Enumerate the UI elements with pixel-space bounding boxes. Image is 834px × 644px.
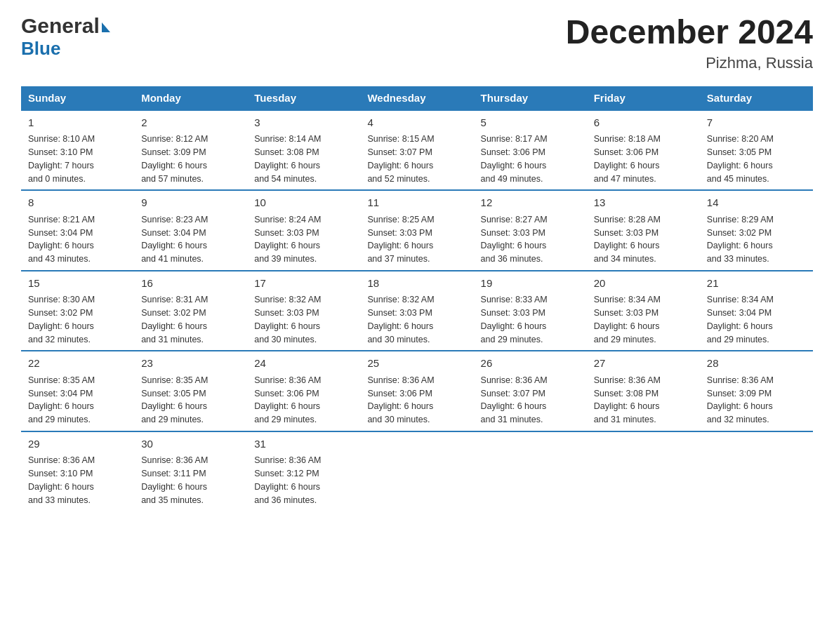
table-row: 26 Sunrise: 8:36 AMSunset: 3:07 PMDaylig… — [474, 351, 587, 431]
table-row: 17 Sunrise: 8:32 AMSunset: 3:03 PMDaylig… — [247, 271, 360, 351]
table-row: 25 Sunrise: 8:36 AMSunset: 3:06 PMDaylig… — [360, 351, 473, 431]
day-number: 7 — [707, 115, 806, 131]
day-number: 11 — [367, 195, 466, 211]
table-row: 13 Sunrise: 8:28 AMSunset: 3:03 PMDaylig… — [587, 190, 700, 271]
day-info: Sunrise: 8:18 AMSunset: 3:06 PMDaylight:… — [594, 133, 693, 185]
day-number: 29 — [28, 436, 127, 452]
day-number: 25 — [367, 356, 466, 372]
table-row: 19 Sunrise: 8:33 AMSunset: 3:03 PMDaylig… — [474, 271, 587, 351]
calendar-week-row: 29 Sunrise: 8:36 AMSunset: 3:10 PMDaylig… — [21, 431, 813, 511]
table-row: 2 Sunrise: 8:12 AMSunset: 3:09 PMDayligh… — [134, 110, 247, 191]
day-info: Sunrise: 8:36 AMSunset: 3:10 PMDaylight:… — [28, 454, 127, 507]
day-number: 4 — [367, 115, 466, 131]
calendar-week-row: 1 Sunrise: 8:10 AMSunset: 3:10 PMDayligh… — [21, 110, 813, 191]
day-number: 26 — [481, 356, 580, 372]
logo-general: General — [21, 14, 100, 38]
day-info: Sunrise: 8:36 AMSunset: 3:12 PMDaylight:… — [254, 454, 353, 507]
day-info: Sunrise: 8:36 AMSunset: 3:08 PMDaylight:… — [594, 374, 693, 427]
day-number: 30 — [141, 436, 240, 452]
day-number: 21 — [707, 276, 806, 292]
table-row: 12 Sunrise: 8:27 AMSunset: 3:03 PMDaylig… — [474, 190, 587, 271]
table-row: 8 Sunrise: 8:21 AMSunset: 3:04 PMDayligh… — [21, 190, 134, 271]
day-info: Sunrise: 8:14 AMSunset: 3:08 PMDaylight:… — [254, 133, 353, 185]
day-info: Sunrise: 8:30 AMSunset: 3:02 PMDaylight:… — [28, 293, 127, 346]
table-row: 5 Sunrise: 8:17 AMSunset: 3:06 PMDayligh… — [474, 110, 587, 191]
calendar-subtitle: Pizhma, Russia — [566, 54, 813, 72]
day-number: 1 — [28, 115, 127, 131]
day-info: Sunrise: 8:33 AMSunset: 3:03 PMDaylight:… — [481, 293, 580, 346]
day-info: Sunrise: 8:12 AMSunset: 3:09 PMDaylight:… — [141, 133, 240, 185]
table-row — [700, 431, 813, 511]
day-info: Sunrise: 8:36 AMSunset: 3:06 PMDaylight:… — [254, 374, 353, 427]
day-number: 18 — [367, 276, 466, 292]
day-info: Sunrise: 8:32 AMSunset: 3:03 PMDaylight:… — [254, 293, 353, 346]
table-row: 6 Sunrise: 8:18 AMSunset: 3:06 PMDayligh… — [587, 110, 700, 191]
table-row: 20 Sunrise: 8:34 AMSunset: 3:03 PMDaylig… — [587, 271, 700, 351]
day-number: 16 — [141, 276, 240, 292]
day-info: Sunrise: 8:36 AMSunset: 3:07 PMDaylight:… — [481, 374, 580, 427]
day-number: 20 — [594, 276, 693, 292]
table-row — [360, 431, 473, 511]
header-friday: Friday — [587, 86, 700, 110]
calendar-week-row: 15 Sunrise: 8:30 AMSunset: 3:02 PMDaylig… — [21, 271, 813, 351]
table-row: 3 Sunrise: 8:14 AMSunset: 3:08 PMDayligh… — [247, 110, 360, 191]
day-number: 24 — [254, 356, 353, 372]
day-number: 23 — [141, 356, 240, 372]
logo: General Blue — [21, 14, 110, 60]
title-section: December 2024 Pizhma, Russia — [566, 14, 813, 72]
day-number: 14 — [707, 195, 806, 211]
header-sunday: Sunday — [21, 86, 134, 110]
day-number: 13 — [594, 195, 693, 211]
day-info: Sunrise: 8:23 AMSunset: 3:04 PMDaylight:… — [141, 213, 240, 266]
page-header: General Blue December 2024 Pizhma, Russi… — [21, 14, 813, 72]
calendar-week-row: 22 Sunrise: 8:35 AMSunset: 3:04 PMDaylig… — [21, 351, 813, 431]
day-info: Sunrise: 8:31 AMSunset: 3:02 PMDaylight:… — [141, 293, 240, 346]
day-info: Sunrise: 8:15 AMSunset: 3:07 PMDaylight:… — [367, 133, 466, 185]
table-row: 21 Sunrise: 8:34 AMSunset: 3:04 PMDaylig… — [700, 271, 813, 351]
table-row: 28 Sunrise: 8:36 AMSunset: 3:09 PMDaylig… — [700, 351, 813, 431]
day-number: 27 — [594, 356, 693, 372]
table-row: 11 Sunrise: 8:25 AMSunset: 3:03 PMDaylig… — [360, 190, 473, 271]
day-number: 3 — [254, 115, 353, 131]
calendar-title: December 2024 — [566, 14, 813, 51]
table-row: 18 Sunrise: 8:32 AMSunset: 3:03 PMDaylig… — [360, 271, 473, 351]
day-number: 6 — [594, 115, 693, 131]
day-number: 10 — [254, 195, 353, 211]
table-row: 14 Sunrise: 8:29 AMSunset: 3:02 PMDaylig… — [700, 190, 813, 271]
day-info: Sunrise: 8:29 AMSunset: 3:02 PMDaylight:… — [707, 213, 806, 266]
day-number: 28 — [707, 356, 806, 372]
calendar-week-row: 8 Sunrise: 8:21 AMSunset: 3:04 PMDayligh… — [21, 190, 813, 271]
day-info: Sunrise: 8:25 AMSunset: 3:03 PMDaylight:… — [367, 213, 466, 266]
day-info: Sunrise: 8:24 AMSunset: 3:03 PMDaylight:… — [254, 213, 353, 266]
table-row: 10 Sunrise: 8:24 AMSunset: 3:03 PMDaylig… — [247, 190, 360, 271]
table-row: 27 Sunrise: 8:36 AMSunset: 3:08 PMDaylig… — [587, 351, 700, 431]
header-thursday: Thursday — [474, 86, 587, 110]
table-row: 4 Sunrise: 8:15 AMSunset: 3:07 PMDayligh… — [360, 110, 473, 191]
day-info: Sunrise: 8:34 AMSunset: 3:04 PMDaylight:… — [707, 293, 806, 346]
day-number: 31 — [254, 436, 353, 452]
table-row: 15 Sunrise: 8:30 AMSunset: 3:02 PMDaylig… — [21, 271, 134, 351]
header-saturday: Saturday — [700, 86, 813, 110]
table-row: 24 Sunrise: 8:36 AMSunset: 3:06 PMDaylig… — [247, 351, 360, 431]
day-number: 12 — [481, 195, 580, 211]
day-info: Sunrise: 8:36 AMSunset: 3:11 PMDaylight:… — [141, 454, 240, 507]
day-info: Sunrise: 8:36 AMSunset: 3:06 PMDaylight:… — [367, 374, 466, 427]
table-row: 30 Sunrise: 8:36 AMSunset: 3:11 PMDaylig… — [134, 431, 247, 511]
table-row: 22 Sunrise: 8:35 AMSunset: 3:04 PMDaylig… — [21, 351, 134, 431]
day-number: 8 — [28, 195, 127, 211]
table-row: 9 Sunrise: 8:23 AMSunset: 3:04 PMDayligh… — [134, 190, 247, 271]
day-number: 22 — [28, 356, 127, 372]
day-info: Sunrise: 8:35 AMSunset: 3:05 PMDaylight:… — [141, 374, 240, 427]
day-info: Sunrise: 8:17 AMSunset: 3:06 PMDaylight:… — [481, 133, 580, 185]
logo-blue: Blue — [21, 38, 110, 60]
day-number: 17 — [254, 276, 353, 292]
table-row: 23 Sunrise: 8:35 AMSunset: 3:05 PMDaylig… — [134, 351, 247, 431]
calendar-header-row: Sunday Monday Tuesday Wednesday Thursday… — [21, 86, 813, 110]
table-row: 29 Sunrise: 8:36 AMSunset: 3:10 PMDaylig… — [21, 431, 134, 511]
table-row: 1 Sunrise: 8:10 AMSunset: 3:10 PMDayligh… — [21, 110, 134, 191]
day-info: Sunrise: 8:27 AMSunset: 3:03 PMDaylight:… — [481, 213, 580, 266]
header-tuesday: Tuesday — [247, 86, 360, 110]
day-info: Sunrise: 8:20 AMSunset: 3:05 PMDaylight:… — [707, 133, 806, 185]
day-info: Sunrise: 8:21 AMSunset: 3:04 PMDaylight:… — [28, 213, 127, 266]
logo-arrow-icon — [102, 22, 110, 32]
